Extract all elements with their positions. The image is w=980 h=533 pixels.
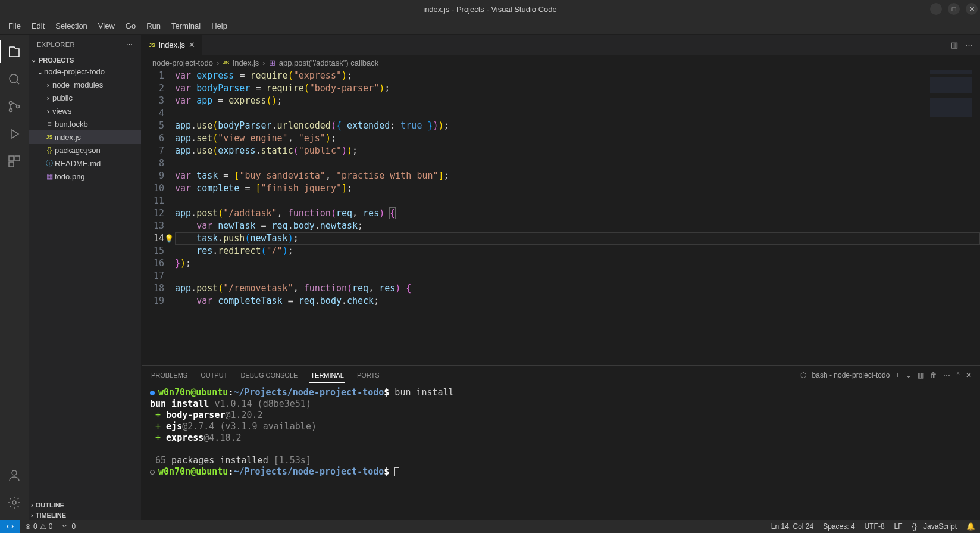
folder-label: views bbox=[52, 107, 72, 116]
outline-section[interactable]: › OUTLINE bbox=[29, 500, 141, 510]
activity-scm-icon[interactable] bbox=[0, 93, 29, 120]
activity-search-icon[interactable] bbox=[0, 66, 29, 93]
tab-close-icon[interactable]: ✕ bbox=[189, 40, 195, 49]
panel-maximize-icon[interactable]: ^ bbox=[956, 371, 960, 379]
timeline-label: TIMELINE bbox=[36, 512, 66, 519]
chevron-right-icon: › bbox=[31, 501, 33, 509]
file-label: README.md bbox=[55, 159, 101, 168]
kill-terminal-icon[interactable]: 🗑 bbox=[930, 371, 937, 379]
tree-file-active[interactable]: JSindex.js bbox=[29, 130, 141, 144]
panel-tab-terminal[interactable]: TERMINAL bbox=[309, 368, 345, 383]
tree-file[interactable]: ⓘREADME.md bbox=[29, 157, 141, 170]
panel-tab-ports[interactable]: PORTS bbox=[356, 368, 381, 382]
file-icon: ≡ bbox=[44, 120, 55, 128]
tree-file[interactable]: ▦todo.png bbox=[29, 170, 141, 183]
tree-folder-root[interactable]: ⌄ node-project-todo bbox=[29, 65, 141, 78]
tree-file[interactable]: {}package.json bbox=[29, 144, 141, 157]
split-terminal-icon[interactable]: ▥ bbox=[918, 371, 924, 379]
tree-folder[interactable]: ›node_modules bbox=[29, 78, 141, 91]
statusbar: ⊗0⚠0 ᯤ0 Ln 14, Col 24 Spaces: 4 UTF-8 LF… bbox=[0, 520, 980, 533]
warning-icon: ⚠ bbox=[40, 522, 46, 531]
status-language[interactable]: {} JavaScript bbox=[907, 522, 962, 531]
status-errors[interactable]: ⊗0⚠0 bbox=[20, 522, 57, 531]
tree-folder[interactable]: ›views bbox=[29, 104, 141, 117]
minimize-button[interactable]: – bbox=[930, 3, 942, 15]
panel-tab-problems[interactable]: PROBLEMS bbox=[150, 368, 189, 382]
minimap[interactable] bbox=[930, 70, 972, 129]
sidebar-header: EXPLORER ⋯ bbox=[29, 35, 141, 55]
status-notifications-icon[interactable]: 🔔 bbox=[962, 522, 980, 531]
menu-terminal[interactable]: Terminal bbox=[167, 20, 205, 32]
editor-tab-active[interactable]: JS index.js ✕ bbox=[142, 35, 203, 55]
readme-file-icon: ⓘ bbox=[44, 158, 55, 169]
status-ports[interactable]: ᯤ0 bbox=[57, 522, 80, 531]
file-label: bun.lockb bbox=[55, 120, 88, 129]
js-file-icon: JS bbox=[44, 134, 55, 140]
menu-run[interactable]: Run bbox=[142, 20, 165, 32]
new-terminal-icon[interactable]: + bbox=[896, 371, 900, 379]
maximize-button[interactable]: □ bbox=[948, 3, 960, 15]
panel-tab-debug[interactable]: DEBUG CONSOLE bbox=[239, 368, 299, 382]
svg-rect-4 bbox=[9, 156, 14, 161]
close-button[interactable]: ✕ bbox=[966, 3, 978, 15]
remote-button[interactable] bbox=[0, 520, 20, 533]
menu-view[interactable]: View bbox=[93, 20, 120, 32]
js-file-icon: JS bbox=[223, 60, 229, 66]
panel-close-icon[interactable]: ✕ bbox=[966, 371, 972, 379]
terminal-output[interactable]: w0n70n@ubuntu:~/Projects/node-project-to… bbox=[142, 385, 980, 520]
tree-folder[interactable]: ›public bbox=[29, 91, 141, 104]
status-encoding[interactable]: UTF-8 bbox=[860, 522, 890, 531]
svg-point-7 bbox=[12, 470, 17, 475]
sidebar-more-icon[interactable]: ⋯ bbox=[126, 41, 133, 49]
activity-debug-icon[interactable] bbox=[0, 120, 29, 148]
file-label: index.js bbox=[55, 133, 81, 142]
tab-label: index.js bbox=[159, 40, 185, 49]
tabbar: JS index.js ✕ ▥ ⋯ bbox=[142, 35, 980, 55]
activity-extensions-icon[interactable] bbox=[0, 148, 29, 175]
panel-tab-output[interactable]: OUTPUT bbox=[199, 368, 228, 382]
chevron-right-icon: › bbox=[31, 512, 33, 519]
menu-help[interactable]: Help bbox=[206, 20, 232, 32]
panel-tabs: PROBLEMS OUTPUT DEBUG CONSOLE TERMINAL P… bbox=[142, 366, 980, 385]
activity-accounts-icon[interactable] bbox=[0, 462, 29, 489]
terminal-shell-label[interactable]: bash - node-project-todo bbox=[812, 371, 890, 379]
split-editor-icon[interactable]: ▥ bbox=[951, 40, 958, 49]
error-icon: ⊗ bbox=[25, 522, 31, 531]
svg-point-3 bbox=[17, 105, 20, 108]
svg-rect-5 bbox=[15, 156, 20, 161]
breadcrumb-item[interactable]: index.js bbox=[233, 58, 259, 67]
project-header[interactable]: ⌄ PROJECTS bbox=[29, 55, 141, 65]
menu-edit[interactable]: Edit bbox=[27, 20, 49, 32]
image-file-icon: ▦ bbox=[44, 172, 55, 180]
breadcrumb-item[interactable]: node-project-todo bbox=[152, 58, 213, 67]
timeline-section[interactable]: › TIMELINE bbox=[29, 510, 141, 520]
menu-file[interactable]: File bbox=[4, 20, 26, 32]
code-content[interactable]: var express = require("express");var bod… bbox=[175, 70, 980, 365]
status-indent[interactable]: Spaces: 4 bbox=[818, 522, 859, 531]
menu-go[interactable]: Go bbox=[121, 20, 140, 32]
breadcrumbs[interactable]: node-project-todo › JS index.js › ⊞ app.… bbox=[142, 55, 980, 70]
chevron-right-icon: › bbox=[44, 93, 52, 102]
svg-rect-6 bbox=[9, 162, 14, 167]
activity-settings-icon[interactable] bbox=[0, 489, 29, 516]
menu-selection[interactable]: Selection bbox=[51, 20, 92, 32]
breadcrumb-item[interactable]: app.post("/addtask") callback bbox=[279, 58, 378, 67]
editor-body[interactable]: 12345678910111213141516171819 var expres… bbox=[142, 70, 980, 365]
panel-more-icon[interactable]: ⋯ bbox=[943, 371, 950, 379]
tree-file[interactable]: ≡bun.lockb bbox=[29, 117, 141, 130]
chevron-right-icon: › bbox=[262, 58, 265, 67]
activity-explorer-icon[interactable] bbox=[0, 38, 29, 66]
editor-more-icon[interactable]: ⋯ bbox=[965, 40, 973, 49]
file-tree: ⌄ node-project-todo ›node_modules ›publi… bbox=[29, 65, 141, 500]
json-file-icon: {} bbox=[44, 146, 55, 154]
folder-label: node-project-todo bbox=[44, 67, 105, 76]
folder-label: public bbox=[52, 93, 73, 102]
terminal-dropdown-icon[interactable]: ⌄ bbox=[906, 371, 912, 379]
status-eol[interactable]: LF bbox=[890, 522, 907, 531]
chevron-down-icon: ⌄ bbox=[36, 67, 44, 76]
status-cursor[interactable]: Ln 14, Col 24 bbox=[766, 522, 818, 531]
chevron-right-icon: › bbox=[44, 107, 52, 116]
file-label: package.json bbox=[55, 146, 101, 155]
outline-label: OUTLINE bbox=[36, 501, 64, 509]
project-name: PROJECTS bbox=[39, 57, 74, 64]
